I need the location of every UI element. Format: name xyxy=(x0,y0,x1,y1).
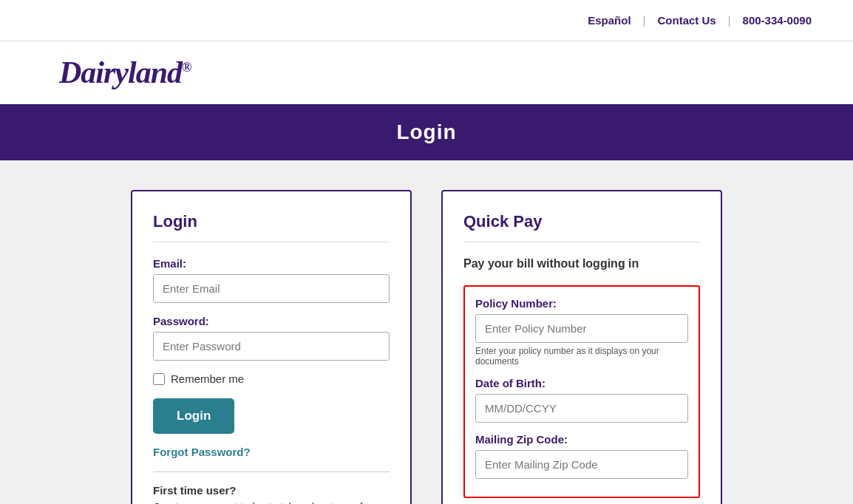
email-label: Email: xyxy=(153,257,390,270)
dob-input[interactable] xyxy=(475,394,688,423)
logo-text: Dairyland xyxy=(59,55,182,89)
password-group: Password: xyxy=(153,315,390,361)
first-time-heading: First time user? xyxy=(153,484,390,497)
remember-me-group: Remember me xyxy=(153,372,390,385)
quick-pay-form-section: Policy Number: Enter your policy number … xyxy=(463,285,700,498)
login-button[interactable]: Login xyxy=(153,398,234,434)
password-input[interactable] xyxy=(153,332,390,361)
logo-trademark: ® xyxy=(182,60,191,75)
email-group: Email: xyxy=(153,257,390,303)
forgot-password-link[interactable]: Forgot Password? xyxy=(153,446,390,458)
pay-bill-subtitle: Pay your bill without logging in xyxy=(463,257,700,270)
logo: Dairyland® xyxy=(59,55,823,90)
page-title: Login xyxy=(396,120,456,143)
first-time-description: Create an account today to take advantag… xyxy=(153,501,390,504)
login-card: Login Email: Password: Remember me Login… xyxy=(131,190,412,504)
login-card-title: Login xyxy=(153,212,390,242)
contact-us-link[interactable]: Contact Us xyxy=(645,14,727,27)
espanol-link[interactable]: Español xyxy=(576,14,642,27)
remember-me-checkbox[interactable] xyxy=(153,373,165,385)
phone-number: 800-334-0090 xyxy=(731,14,823,27)
arrow-annotation xyxy=(582,501,700,504)
quick-pay-card: Quick Pay Pay your bill without logging … xyxy=(441,190,722,504)
policy-number-input[interactable] xyxy=(475,314,688,343)
quick-pay-title: Quick Pay xyxy=(463,212,700,242)
dob-group: Date of Birth: xyxy=(475,377,688,423)
dob-label: Date of Birth: xyxy=(475,377,688,389)
main-content: Login Email: Password: Remember me Login… xyxy=(0,160,853,504)
remember-me-label: Remember me xyxy=(171,372,244,385)
zip-group: Mailing Zip Code: xyxy=(475,433,688,479)
password-label: Password: xyxy=(153,315,390,327)
section-divider xyxy=(153,471,390,472)
zip-label: Mailing Zip Code: xyxy=(475,433,688,446)
top-navigation: Español | Contact Us | 800-334-0090 xyxy=(0,0,853,41)
page-header: Login xyxy=(0,104,853,160)
email-input[interactable] xyxy=(153,274,390,303)
policy-number-group: Policy Number: Enter your policy number … xyxy=(475,297,688,367)
policy-number-label: Policy Number: xyxy=(475,297,688,310)
zip-input[interactable] xyxy=(475,450,688,479)
policy-hint: Enter your policy number as it displays … xyxy=(475,346,688,367)
logo-bar: Dairyland® xyxy=(0,41,853,104)
